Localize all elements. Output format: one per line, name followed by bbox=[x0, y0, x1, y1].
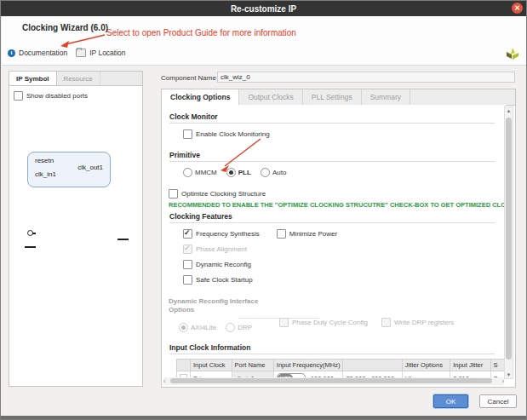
phase-duty-cycle-config-label: Phase Duty Cycle Config bbox=[292, 319, 368, 326]
clk-out1-stub bbox=[117, 239, 129, 240]
primitive-title: Primitive bbox=[169, 151, 200, 159]
tab-pll-settings[interactable]: PLL Settings bbox=[303, 89, 362, 105]
horizontal-scroll-thumb[interactable] bbox=[170, 378, 492, 383]
ip-symbol-block: resetn clk_in1 clk_out1 bbox=[27, 152, 111, 187]
pll-radio[interactable] bbox=[226, 168, 236, 177]
write-drp-registers-checkbox bbox=[381, 318, 391, 327]
ok-button[interactable]: OK bbox=[433, 394, 468, 408]
main-tabs: Clocking Options Output Clocks PLL Setti… bbox=[162, 89, 515, 106]
tab-clocking-options[interactable]: Clocking Options bbox=[162, 89, 239, 105]
col-jitter-options[interactable]: Jitter Options bbox=[402, 360, 450, 371]
mmcm-radio[interactable] bbox=[183, 168, 192, 177]
ip-symbol-panel: IP Symbol Resource Show disabled ports bbox=[9, 71, 143, 387]
left-panel-tabs: IP Symbol Resource bbox=[9, 72, 142, 86]
col-frequency-range[interactable] bbox=[343, 360, 402, 371]
vertical-scroll-thumb[interactable] bbox=[506, 118, 512, 360]
axi4lite-radio bbox=[179, 323, 188, 332]
close-icon[interactable]: ✕ bbox=[512, 3, 523, 14]
dynamic-reconfig-label: Dynamic Reconfig bbox=[196, 261, 251, 268]
drp-radio bbox=[226, 323, 235, 332]
tab-summary[interactable]: Summary bbox=[362, 89, 410, 105]
drp-label: DRP bbox=[238, 324, 252, 331]
ip-location-link[interactable]: IP Location bbox=[89, 49, 125, 57]
options-tabbox: Clocking Options Output Clocks PLL Setti… bbox=[161, 89, 516, 388]
tab-resource[interactable]: Resource bbox=[57, 72, 100, 85]
safe-clock-startup-checkbox[interactable] bbox=[183, 275, 192, 285]
phase-alignment-checkbox bbox=[183, 245, 192, 254]
component-name-input[interactable] bbox=[217, 72, 515, 83]
optimize-clocking-structure-checkbox[interactable] bbox=[169, 189, 178, 198]
write-drp-registers-label: Write DRP registers bbox=[394, 319, 454, 326]
port-clk-in1: clk_in1 bbox=[35, 170, 56, 178]
title-bar[interactable]: Re-customize IP ✕ bbox=[1, 1, 526, 16]
col-input-jitter[interactable]: Input Jitter bbox=[450, 360, 490, 371]
info-icon: i bbox=[8, 49, 15, 57]
annotation-text: Select to open Product Guide for more in… bbox=[106, 28, 296, 37]
axi4lite-label: AXI4Lite bbox=[191, 324, 216, 331]
recommendation-text: RECOMMENDED TO ENABLE THE "OPTIMIZE CLOC… bbox=[169, 201, 504, 209]
table-header-row: Input Clock Port Name Input Frequency(MH… bbox=[177, 360, 506, 371]
show-disabled-ports-checkbox[interactable] bbox=[14, 91, 23, 101]
optimize-clocking-structure-label: Optimize Clocking Structure bbox=[181, 190, 266, 198]
documentation-link[interactable]: Documentation bbox=[19, 49, 67, 57]
dynamic-reconfig-options-title: Dynamic Reconfig Interface Options bbox=[169, 297, 258, 314]
dialog-header: Clocking Wizard (6.0) Select to open Pro… bbox=[2, 16, 527, 66]
col-input-frequency[interactable]: Input Frequency(MHz) bbox=[273, 360, 343, 371]
col-input-clock[interactable]: Input Clock bbox=[191, 360, 232, 371]
tab-output-clocks[interactable]: Output Clocks bbox=[239, 89, 302, 105]
input-clock-info-title: Input Clock Information bbox=[169, 343, 250, 352]
col-port-name[interactable]: Port Name bbox=[232, 360, 273, 371]
auto-label: Auto bbox=[272, 169, 286, 176]
port-resetn: resetn bbox=[35, 157, 54, 164]
scroll-up-icon[interactable]: ▲ bbox=[505, 108, 513, 113]
phase-alignment-label: Phase Alignment bbox=[196, 245, 247, 253]
xilinx-logo-icon bbox=[505, 47, 520, 62]
auto-radio[interactable] bbox=[261, 168, 270, 177]
enable-clock-monitoring-label: Enable Clock Monitoring bbox=[196, 130, 270, 138]
dialog-footer: OK Cancel bbox=[2, 388, 527, 416]
cancel-button[interactable]: Cancel bbox=[479, 394, 517, 408]
clock-monitor-title: Clock Monitor bbox=[169, 112, 218, 121]
clk-in1-stub bbox=[25, 246, 36, 248]
horizontal-scrollbar[interactable]: ‹ › bbox=[163, 377, 504, 385]
phase-duty-cycle-config-checkbox bbox=[279, 318, 289, 327]
window-bottom-edge bbox=[1, 416, 527, 420]
show-disabled-ports-label: Show disabled ports bbox=[26, 92, 88, 100]
mmcm-label: MMCM bbox=[195, 169, 217, 176]
window-title: Re-customize IP bbox=[231, 4, 296, 14]
port-clk-out1: clk_out1 bbox=[77, 164, 103, 171]
resetn-stub bbox=[32, 233, 36, 234]
scroll-left-icon[interactable]: ‹ bbox=[163, 377, 165, 385]
minimize-power-checkbox[interactable] bbox=[277, 229, 286, 239]
vertical-scrollbar[interactable]: ▲ ▼ bbox=[504, 106, 513, 379]
enable-clock-monitoring-checkbox[interactable] bbox=[183, 129, 192, 139]
dynamic-reconfig-checkbox[interactable] bbox=[183, 260, 192, 269]
recustomize-ip-dialog: Re-customize IP ✕ Clocking Wizard (6.0) … bbox=[0, 0, 527, 420]
scroll-right-icon[interactable]: › bbox=[502, 377, 504, 385]
safe-clock-startup-label: Safe Clock Startup bbox=[196, 276, 253, 284]
clocking-options-content: Clock Monitor Enable Clock Monitoring Pr… bbox=[162, 105, 506, 379]
folder-icon bbox=[76, 49, 86, 57]
frequency-synthesis-label: Frequency Synthesis bbox=[196, 230, 260, 238]
pll-label: PLL bbox=[238, 169, 251, 176]
col-source[interactable]: S bbox=[490, 360, 505, 371]
component-name-label: Component Name bbox=[161, 74, 216, 82]
minimize-power-label: Minimize Power bbox=[289, 230, 337, 238]
tab-ip-symbol[interactable]: IP Symbol bbox=[9, 72, 57, 85]
doc-link-row: i Documentation IP Location bbox=[8, 49, 126, 57]
wizard-title: Clocking Wizard (6.0) bbox=[22, 23, 108, 32]
input-clock-table: Input Clock Port Name Input Frequency(MH… bbox=[176, 359, 506, 379]
scroll-down-icon[interactable]: ▼ bbox=[505, 372, 513, 377]
frequency-synthesis-checkbox[interactable] bbox=[183, 229, 192, 239]
clocking-features-title: Clocking Features bbox=[169, 212, 232, 221]
